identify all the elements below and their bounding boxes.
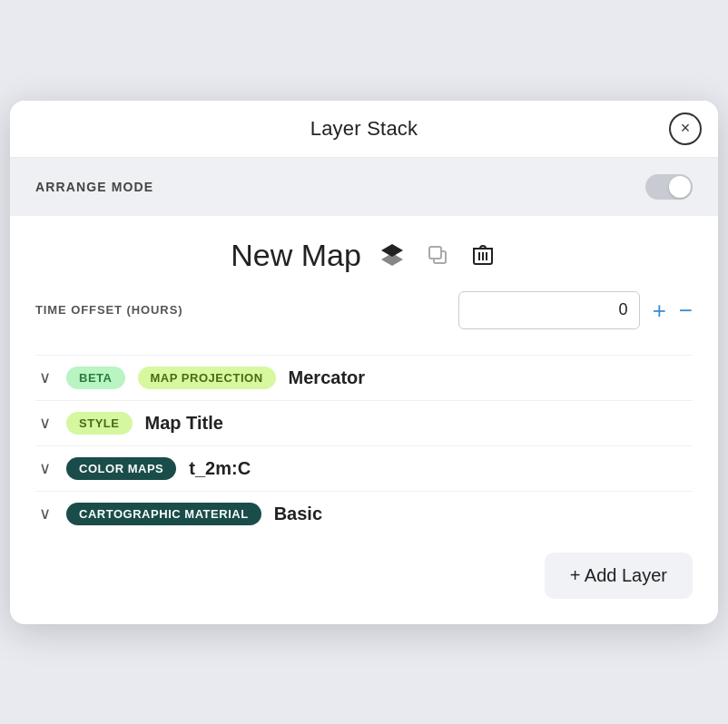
layer-row-cartographic-material: ∨ CARTOGRAPHIC MATERIAL Basic [35,491,693,536]
time-offset-row: TIME OFFSET (HOURS) + − [35,291,693,329]
svg-marker-1 [381,253,403,266]
delete-button[interactable] [468,240,497,269]
time-offset-plus-button[interactable]: + [653,298,666,322]
badge-cartographic-material: CARTOGRAPHIC MATERIAL [66,503,261,525]
trash-icon [473,244,493,266]
copy-button[interactable] [423,240,452,269]
layer-text-color-maps: t_2m:C [189,458,251,479]
dialog-header: Layer Stack × [10,101,718,158]
layer-row-map-projection: ∨ BETA MAP PROJECTION Mercator [35,355,693,400]
layers-button[interactable] [378,240,407,269]
time-offset-label: TIME OFFSET (HOURS) [35,303,446,317]
time-offset-minus-button[interactable]: − [679,298,693,322]
layer-text-style: Map Title [145,413,223,434]
map-name-row: New Map [35,238,693,273]
dialog-body: New Map [10,216,718,624]
map-name: New Map [231,238,361,273]
copy-icon [427,244,448,266]
svg-rect-3 [429,247,441,259]
badge-beta: BETA [66,367,125,389]
badge-color-maps: COLOR MAPS [66,457,176,480]
layers-list: ∨ BETA MAP PROJECTION Mercator ∨ STYLE M… [35,355,693,536]
dialog-title: Layer Stack [310,117,418,141]
toggle-knob [669,176,691,198]
layer-row-color-maps: ∨ COLOR MAPS t_2m:C [35,445,693,491]
time-offset-input[interactable] [458,291,640,329]
layers-icon [380,243,404,267]
badge-style: STYLE [66,412,133,435]
chevron-style[interactable]: ∨ [35,413,54,433]
layer-row-style: ∨ STYLE Map Title [35,400,693,445]
layer-stack-dialog: Layer Stack × ARRANGE MODE New Map [10,101,718,624]
add-layer-row: + Add Layer [35,553,693,599]
close-button[interactable]: × [669,113,702,145]
chevron-cartographic-material[interactable]: ∨ [35,504,54,523]
add-layer-button[interactable]: + Add Layer [545,553,693,599]
arrange-mode-bar: ARRANGE MODE [10,158,718,216]
layer-text-map-projection: Mercator [289,367,365,388]
badge-map-projection: MAP PROJECTION [138,367,276,389]
chevron-map-projection[interactable]: ∨ [35,367,54,387]
arrange-mode-label: ARRANGE MODE [35,180,153,194]
chevron-color-maps[interactable]: ∨ [35,458,54,478]
arrange-mode-toggle[interactable] [645,174,693,200]
layer-text-cartographic-material: Basic [274,504,322,524]
